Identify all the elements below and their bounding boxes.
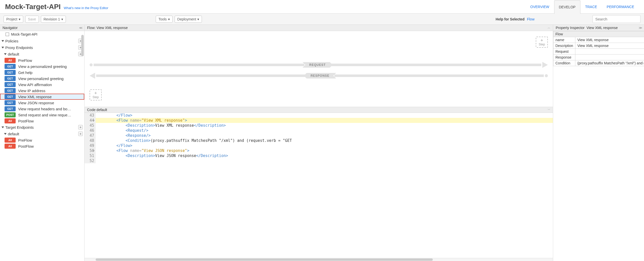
caret-down-icon: ▾	[197, 17, 199, 21]
collapse-left-icon[interactable]: <<	[79, 26, 82, 30]
flow-title: Flow: View XML response	[87, 26, 128, 30]
flow-name: Send request and view reque…	[18, 113, 71, 117]
property-value[interactable]: View XML response	[575, 43, 644, 49]
collapse-down-icon[interactable]: ﹀	[548, 108, 550, 112]
collapse-up-icon[interactable]: ︿	[548, 26, 550, 30]
method-badge: GET	[5, 76, 16, 81]
whats-new-link[interactable]: What's new in the Proxy Editor	[64, 6, 108, 10]
flow-name: View IP address	[18, 89, 45, 93]
tab-performance[interactable]: PERFORMANCE	[602, 0, 639, 14]
caret-down-icon: ▾	[168, 17, 170, 21]
flow-item[interactable]: GETView API affirmation	[0, 82, 84, 88]
flow-name: View a personalized greeting	[18, 64, 67, 69]
flow-name: Get help	[18, 70, 33, 75]
search-input[interactable]	[593, 15, 640, 23]
inspector-group-header: Flow	[553, 31, 644, 37]
help-label: Help for Selected	[496, 17, 524, 21]
property-value[interactable]	[575, 49, 644, 55]
nav-section-policies[interactable]: Policies +	[0, 38, 84, 44]
caret-down-icon	[4, 53, 7, 55]
property-label: Response	[553, 55, 575, 60]
flow-item[interactable]: AllPreFlow	[0, 57, 84, 63]
navigator-header: Navigator	[3, 26, 18, 30]
flow-item[interactable]: GETGet help	[0, 69, 84, 75]
tab-overview[interactable]: OVERVIEW	[525, 0, 554, 14]
tab-develop[interactable]: DEVELOP	[554, 0, 580, 14]
nav-section-proxy-endpoints[interactable]: Proxy Endpoints +	[0, 44, 84, 51]
method-badge: POST	[5, 112, 16, 117]
help-flow-link[interactable]: Flow	[527, 17, 534, 21]
flow-item[interactable]: GETView IP address	[0, 88, 84, 94]
horizontal-scrollbar[interactable]	[85, 258, 553, 261]
caret-down-icon	[2, 126, 4, 128]
add-step-request-button[interactable]: +Step	[536, 37, 548, 48]
request-label: REQUEST	[305, 62, 330, 68]
revision-dropdown[interactable]: Revision 1▾	[41, 16, 66, 23]
property-value[interactable]: (proxy.pathsuffix MatchesPath "/xml") an…	[575, 60, 644, 66]
nav-section-target-endpoints[interactable]: Target Endpoints +	[0, 124, 84, 130]
property-label: Condition	[553, 60, 575, 66]
nav-target-default[interactable]: default +	[0, 130, 84, 137]
method-badge: GET	[5, 64, 16, 69]
main-tabs: OVERVIEWDEVELOPTRACEPERFORMANCE	[525, 0, 639, 14]
flow-item[interactable]: AllPreFlow	[0, 137, 84, 143]
project-dropdown[interactable]: Project▾	[4, 16, 23, 23]
flow-item[interactable]: POSTSend request and view reque…	[0, 112, 84, 118]
nav-proxy-default[interactable]: default +	[0, 51, 84, 57]
api-title: Mock-Target-API	[5, 3, 61, 11]
flow-item[interactable]: GETView JSON response	[0, 100, 84, 106]
method-badge: GET	[5, 106, 16, 111]
save-button[interactable]: Save	[25, 16, 39, 23]
method-badge: GET	[5, 88, 16, 93]
flow-item[interactable]: AllPostFlow	[0, 118, 84, 124]
property-label: Description	[553, 43, 575, 49]
flow-end-icon	[545, 74, 548, 77]
flow-name: PreFlow	[18, 58, 32, 63]
method-badge: GET	[5, 82, 16, 87]
document-icon	[6, 33, 9, 36]
flow-name: View request headers and bo…	[18, 107, 71, 111]
scrollbar-thumb[interactable]	[81, 35, 84, 56]
flow-name: PostFlow	[18, 144, 34, 148]
flow-item[interactable]: GETView request headers and bo…	[0, 106, 84, 112]
code-editor[interactable]: 4344▾454647484950▾5152 </Flow> <Flow nam…	[85, 113, 553, 258]
property-label: Request	[553, 49, 575, 55]
property-value[interactable]	[575, 55, 644, 60]
add-target-flow-button[interactable]: +	[78, 132, 83, 136]
deployment-dropdown[interactable]: Deployment▾	[175, 16, 202, 23]
expand-right-icon[interactable]: >>	[639, 26, 641, 30]
method-badge: All	[5, 118, 16, 123]
add-step-response-button[interactable]: +Step	[90, 89, 102, 100]
flow-name: View XML response	[18, 95, 52, 99]
flow-item[interactable]: GETView XML response	[0, 94, 84, 100]
flow-name: PostFlow	[18, 119, 34, 123]
flow-diagram: +Step REQUEST RESPONSE +Step	[85, 31, 553, 107]
method-badge: All	[5, 58, 16, 63]
property-inspector-panel: Property Inspector View XML response >> …	[553, 25, 644, 261]
flow-name: View JSON response	[18, 101, 54, 105]
method-badge: GET	[5, 70, 16, 75]
add-target-endpoint-button[interactable]: +	[78, 125, 83, 129]
caret-down-icon	[4, 133, 7, 135]
caret-down-icon: ▾	[19, 17, 20, 21]
property-label: name	[553, 37, 575, 43]
code-header-label: Code default	[87, 108, 107, 112]
nav-api-root[interactable]: Mock-Target-API	[0, 31, 84, 38]
navigator-panel: Navigator << Mock-Target-API Policies + …	[0, 25, 85, 261]
property-value[interactable]: View XML response	[575, 37, 644, 43]
tab-trace[interactable]: TRACE	[580, 0, 602, 14]
caret-down-icon: ▾	[61, 17, 63, 21]
caret-down-icon	[2, 40, 4, 42]
tools-dropdown[interactable]: Tools▾	[156, 16, 173, 23]
flow-name: View API affirmation	[18, 83, 52, 87]
flow-name: View personalized greeting	[18, 76, 64, 81]
flow-name: PreFlow	[18, 138, 32, 142]
method-badge: GET	[5, 100, 16, 105]
inspector-header: Property Inspector View XML response	[556, 26, 618, 30]
flow-item[interactable]: GETView personalized greeting	[0, 75, 84, 82]
method-badge: GET	[5, 94, 16, 99]
flow-item[interactable]: AllPostFlow	[0, 143, 84, 149]
flow-item[interactable]: GETView a personalized greeting	[0, 63, 84, 69]
flow-start-icon	[90, 63, 93, 66]
caret-down-icon	[2, 47, 4, 48]
